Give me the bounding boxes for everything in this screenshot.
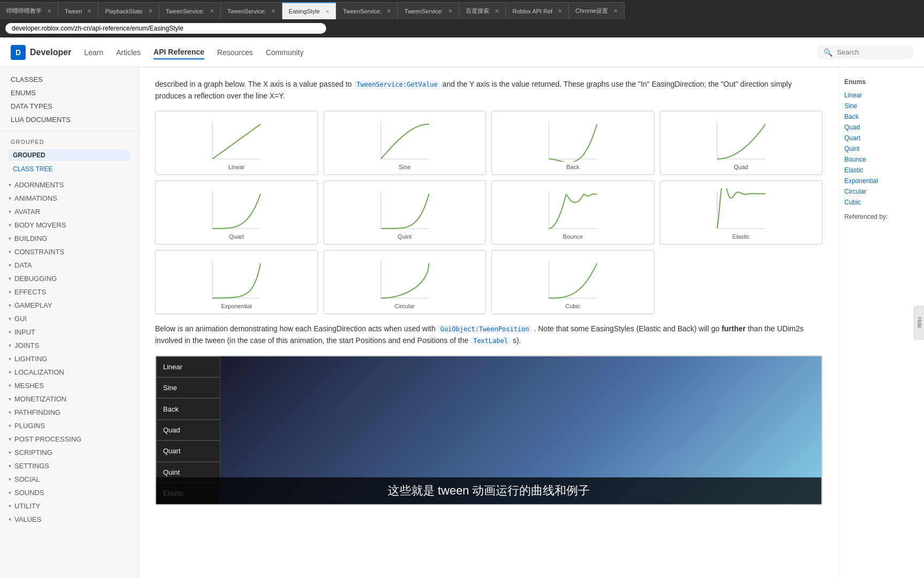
grouped-box[interactable]: GROUPED	[9, 149, 130, 161]
nav-link-api[interactable]: API Reference	[153, 45, 204, 59]
sidebar-item-enums[interactable]: ENUMS	[0, 86, 138, 100]
sidebar-item-monetization[interactable]: ▾MONETIZATION	[0, 392, 138, 406]
tab-label: Chrome设置	[575, 7, 608, 15]
tab-close[interactable]: ✕	[387, 8, 391, 14]
toc-item-quart[interactable]: Quart	[844, 133, 919, 143]
toc-item-elastic[interactable]: Elastic	[844, 165, 919, 176]
sidebar-item-gui[interactable]: ▾GUI	[0, 312, 138, 325]
sidebar-item-settings[interactable]: ▾SETTINGS	[0, 459, 138, 473]
anim-item-linear[interactable]: Linear	[156, 356, 220, 377]
sidebar-item-debugging[interactable]: ▾DEBUGGING	[0, 272, 138, 285]
toc-item-bounce[interactable]: Bounce	[844, 154, 919, 165]
toc-item-sine[interactable]: Sine	[844, 101, 919, 111]
tab-tweenservice4[interactable]: TweenService: ✕	[398, 2, 459, 19]
tab-close[interactable]: ✕	[47, 8, 51, 14]
sidebar-item-post-processing[interactable]: ▾POST PROCESSING	[0, 432, 138, 446]
chevron-icon: ▾	[9, 209, 11, 215]
sidebar-item-plugins[interactable]: ▾PLUGINS	[0, 419, 138, 432]
code-link-getvalue[interactable]: TweenService:GetValue	[354, 80, 441, 89]
tab-close[interactable]: ✕	[148, 8, 152, 14]
sidebar-item-constraints[interactable]: ▾CONSTRAINTS	[0, 245, 138, 258]
sidebar-cat-label: PATHFINDING	[14, 408, 60, 416]
anim-item-quart[interactable]: Quart	[156, 440, 220, 461]
tab-close[interactable]: ✕	[495, 8, 499, 14]
tab-label: 哔哩哔哩教学	[6, 7, 42, 15]
graph-cell-bounce: Bounce	[491, 180, 654, 245]
sidebar-item-classes[interactable]: CLASSES	[0, 73, 138, 86]
tab-label: TweenService:	[227, 8, 266, 14]
toc-item-exponential[interactable]: Exponential	[844, 176, 919, 186]
sidebar-item-social[interactable]: ▾SOCIAL	[0, 473, 138, 486]
tab-chrome[interactable]: Chrome设置 ✕	[569, 2, 625, 19]
sidebar-item-meshes[interactable]: ▾MESHES	[0, 379, 138, 392]
sidebar-item-data[interactable]: ▾DATA	[0, 258, 138, 272]
tab-roblox[interactable]: Roblox API Ref ✕	[506, 2, 569, 19]
tab-tweenservice1[interactable]: TweenService: ✕	[159, 2, 221, 19]
toc-item-back[interactable]: Back	[844, 111, 919, 122]
sidebar-cat-label: SCRIPTING	[14, 448, 52, 457]
sidebar-item-values[interactable]: ▾VALUES	[0, 513, 138, 526]
sidebar-item-lighting[interactable]: ▾LIGHTING	[0, 352, 138, 366]
tab-close[interactable]: ✕	[558, 8, 562, 14]
tab-close[interactable]: ✕	[448, 8, 452, 14]
nav-link-learn[interactable]: Learn	[84, 46, 103, 59]
sidebar-item-lua[interactable]: LUA DOCUMENTS	[0, 113, 138, 126]
sidebar-item-adornments[interactable]: ▾ADORNMENTS	[0, 178, 138, 192]
anim-item-back[interactable]: Back	[156, 398, 220, 419]
toc-item-cubic[interactable]: Cubic	[844, 197, 919, 208]
sidebar-item-building[interactable]: ▾BUILDING	[0, 232, 138, 245]
search-input[interactable]	[837, 48, 907, 56]
tab-close[interactable]: ✕	[87, 8, 91, 14]
address-input[interactable]	[5, 23, 326, 34]
tab-tweenservice2[interactable]: TweenService: ✕	[221, 2, 282, 19]
sidebar-item-sounds[interactable]: ▾SOUNDS	[0, 486, 138, 499]
anim-item-sine[interactable]: Sine	[156, 377, 220, 398]
tab-tweenservice3[interactable]: TweenService: ✕	[336, 2, 398, 19]
nav-link-resources[interactable]: Resources	[217, 46, 253, 59]
nav-search[interactable]: 🔍	[817, 45, 913, 59]
sidebar-item-scripting[interactable]: ▾SCRIPTING	[0, 446, 138, 459]
graph-cell-linear: Linear	[155, 111, 318, 175]
sidebar-item-effects[interactable]: ▾EFFECTS	[0, 285, 138, 299]
sidebar-categories: ▾ADORNMENTS▾ANIMATIONS▾AVATAR▾BODY MOVER…	[0, 178, 138, 526]
sidebar-item-animations[interactable]: ▾ANIMATIONS	[0, 192, 138, 205]
code-link-tweenpos[interactable]: GuiObject:TweenPosition	[437, 325, 532, 333]
nav-link-articles[interactable]: Articles	[116, 46, 141, 59]
class-tree[interactable]: CLASS TREE	[9, 164, 130, 174]
sidebar-item-input[interactable]: ▾INPUT	[0, 325, 138, 339]
sidebar-cat-label: BODY MOVERS	[14, 221, 66, 229]
graph-cell-exponential: Exponential	[155, 250, 318, 314]
sidebar-item-body-movers[interactable]: ▾BODY MOVERS	[0, 218, 138, 232]
content-paragraph1: described in a graph below. The X axis i…	[155, 78, 822, 102]
code-link-textlabel[interactable]: TextLabel	[471, 337, 511, 345]
nav-link-community[interactable]: Community	[266, 46, 304, 59]
tab-close[interactable]: ✕	[210, 8, 214, 14]
anim-item-quad[interactable]: Quad	[156, 420, 220, 440]
sidebar-item-localization[interactable]: ▾LOCALIZATION	[0, 366, 138, 379]
tab-playback[interactable]: PlaybackState ✕	[98, 2, 159, 19]
toc-item-linear[interactable]: Linear	[844, 90, 919, 101]
sidebar-item-pathfinding[interactable]: ▾PATHFINDING	[0, 406, 138, 419]
toc-item-quad[interactable]: Quad	[844, 122, 919, 133]
toc-item-circular[interactable]: Circular	[844, 186, 919, 197]
tab-close[interactable]: ✕	[613, 8, 618, 14]
tab-baidu[interactable]: 百度搜索 ✕	[459, 2, 506, 19]
sidebar-cat-label: MESHES	[14, 382, 44, 390]
sidebar-item-avatar[interactable]: ▾AVATAR	[0, 205, 138, 218]
tab-bilibili[interactable]: 哔哩哔哩教学 ✕	[0, 2, 58, 19]
tab-tween[interactable]: Tween ✕	[58, 2, 98, 19]
chevron-icon: ▾	[9, 235, 11, 241]
sidebar-group-label: GROUPED	[0, 135, 138, 146]
sidebar-item-datatypes[interactable]: DATA TYPES	[0, 100, 138, 113]
sidebar-cat-label: JOINTS	[14, 341, 39, 349]
tab-close[interactable]: ✕	[271, 8, 275, 14]
sidebar-item-utility[interactable]: ▾UTILITY	[0, 499, 138, 513]
hide-tab[interactable]: Hide	[914, 306, 924, 340]
tab-close[interactable]: ✕	[325, 9, 329, 14]
sidebar-item-gameplay[interactable]: ▾GAMEPLAY	[0, 299, 138, 312]
sidebar-item-joints[interactable]: ▾JOINTS	[0, 339, 138, 352]
tab-label: TweenService:	[343, 8, 381, 14]
tab-easingstyle[interactable]: EasingStyle ✕	[282, 2, 336, 19]
sidebar-cat-label: GAMEPLAY	[14, 301, 52, 309]
toc-item-quint[interactable]: Quint	[844, 143, 919, 154]
